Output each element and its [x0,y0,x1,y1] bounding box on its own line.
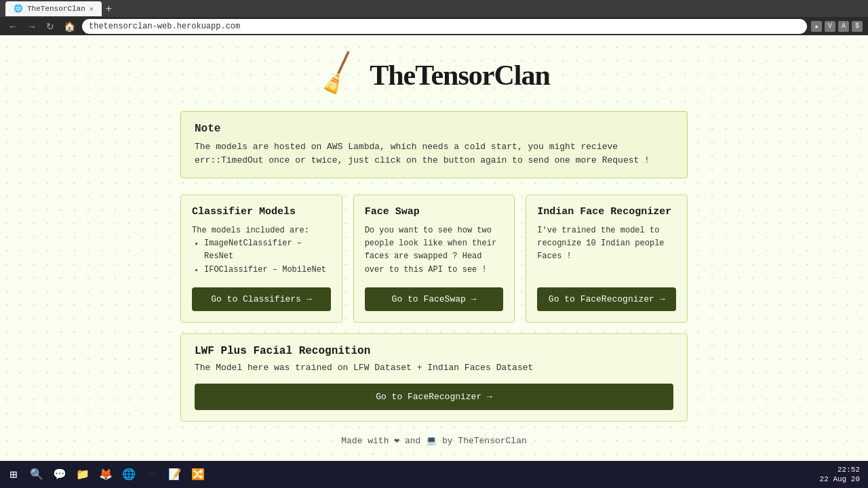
note-box: Note The models are hosted on AWS Lambda… [180,111,688,178]
footer-by: by TheTensorClan [442,436,527,446]
faceswap-card: Face Swap Do you want to see how two peo… [353,195,515,323]
lwf-title: LWF Plus Facial Recognition [195,345,673,357]
taskbar-edge[interactable]: 🌐 [118,464,140,485]
new-tab-button[interactable]: + [102,3,116,15]
home-button[interactable]: 🏠 [61,20,78,33]
classifier-intro: The models included are: [192,226,309,235]
tab-title: TheTensorClan [27,5,85,13]
taskbar-cortana[interactable]: 💬 [49,464,71,485]
lwf-body: The Model here was trained on LFW Datase… [195,363,673,373]
faceswap-card-body: Do you want to see how two people look l… [365,224,504,277]
forward-button[interactable]: → [24,20,39,33]
go-to-facerecognizer-wide-button[interactable]: Go to FaceRecognizer → [195,384,673,410]
start-button[interactable]: ⊞ [3,464,24,485]
broom-icon: 🧹 [313,49,364,100]
classifier-card-body: The models included are: ImageNetClassif… [192,224,331,277]
footer-laptop-icon: 💻 [426,436,437,446]
footer-heart-icon: ❤ [394,436,399,446]
browser-chrome: 🌐 TheTensorClan ✕ + ← → ↻ 🏠 thetensorcla… [0,0,868,35]
url-bar[interactable]: thetensorclan-web.herokuapp.com [82,19,807,34]
footer-made-with: Made with [341,436,394,446]
facerecognizer-card-body: I've trained the model to recognize 10 I… [537,224,676,277]
classifier-item-2: IFOClassifier – MobileNet [204,264,331,277]
toolbar-icon-1[interactable]: ★ [811,21,822,32]
footer: Made with ❤ and 💻 by TheTensorClan [180,435,688,446]
tab-favicon: 🌐 [14,4,23,13]
note-title: Note [195,123,673,135]
note-text: The models are hosted on AWS Lambda, whi… [195,140,673,167]
site-header: 🧹 TheTensorClan [180,56,688,95]
taskbar-vscode[interactable]: 📝 [164,464,186,485]
page-content: 🧹 TheTensorClan Note The models are host… [170,35,698,473]
clock-date: 22 Aug 20 [820,474,860,484]
taskbar: ⊞ 🔍 💬 📁 🦊 🌐 ⌨ 📝 🔀 22:52 22 Aug 20 [0,461,868,488]
toolbar-icon-2[interactable]: V [825,21,835,32]
tab-bar: 🌐 TheTensorClan ✕ + [0,0,868,17]
footer-and: and [405,436,420,446]
taskbar-terminal[interactable]: ⌨ [141,464,163,485]
go-to-faceswap-button[interactable]: Go to FaceSwap → [365,287,504,311]
active-tab[interactable]: 🌐 TheTensorClan ✕ [5,1,102,16]
back-button[interactable]: ← [5,20,20,33]
taskbar-firefox[interactable]: 🦊 [95,464,117,485]
refresh-button[interactable]: ↻ [43,20,57,33]
go-to-classifiers-button[interactable]: Go to Classifiers → [192,287,331,311]
cards-row: Classifier Models The models included ar… [180,195,688,323]
facerecognizer-card-title: Indian Face Recognizer [537,206,676,218]
lwf-section: LWF Plus Facial Recognition The Model he… [180,333,688,422]
site-title: TheTensorClan [370,59,550,92]
toolbar-icon-4[interactable]: $ [852,21,863,32]
system-clock: 22:52 22 Aug 20 [820,465,860,485]
classifier-card-title: Classifier Models [192,206,331,218]
browser-toolbar-icons: ★ V A $ [811,21,863,32]
system-tray: 22:52 22 Aug 20 [820,465,865,485]
address-bar: ← → ↻ 🏠 thetensorclan-web.herokuapp.com … [0,17,868,35]
taskbar-search[interactable]: 🔍 [26,464,47,485]
taskbar-files[interactable]: 📁 [72,464,94,485]
classifier-item-1: ImageNetClassifier – ResNet [204,237,331,263]
classifier-card: Classifier Models The models included ar… [180,195,342,323]
clock-time: 22:52 [820,465,860,474]
taskbar-git[interactable]: 🔀 [187,464,209,485]
tab-close-icon[interactable]: ✕ [90,5,94,13]
facerecognizer-card: Indian Face Recognizer I've trained the … [526,195,688,323]
go-to-facerecognizer-button[interactable]: Go to FaceRecognizer → [537,287,676,311]
faceswap-card-title: Face Swap [365,206,504,218]
toolbar-icon-3[interactable]: A [838,21,849,32]
url-text: thetensorclan-web.herokuapp.com [89,22,240,31]
